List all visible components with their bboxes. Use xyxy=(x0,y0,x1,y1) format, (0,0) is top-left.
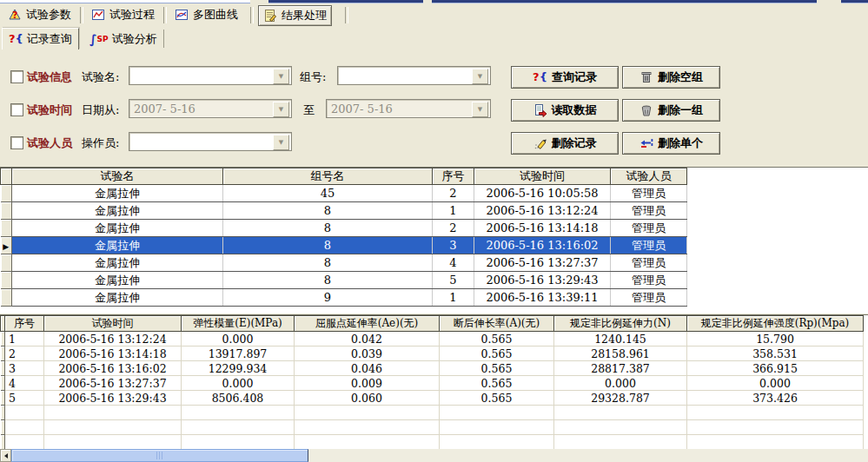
scroll-left-arrow-icon xyxy=(4,453,8,459)
document-arrow-icon xyxy=(533,103,547,117)
tab-test-analysis[interactable]: ∫SP 试验分析 xyxy=(83,30,164,48)
cell: 2006-5-16 13:16:02 xyxy=(44,361,182,376)
current-row-arrow-icon: ▶ xyxy=(3,242,9,251)
cell: 4 xyxy=(433,254,474,272)
cell: 2006-5-16 13:16:02 xyxy=(474,237,611,254)
test-time-checkbox[interactable] xyxy=(10,103,23,116)
cell xyxy=(44,406,182,420)
read-data-button[interactable]: 读取数据 xyxy=(511,99,619,122)
date-from-combobox[interactable]: 2007- 5-16 ▼ xyxy=(129,99,292,118)
delete-empty-groups-button[interactable]: 删除空组 xyxy=(622,66,720,89)
cell xyxy=(295,420,440,435)
cell: 8 xyxy=(223,202,433,220)
button-label: 删除空组 xyxy=(658,69,703,85)
date-to-value: 2007- 5-16 xyxy=(331,102,393,116)
header-row: 试验名 组号名 序号 试验时间 试验人员 xyxy=(1,168,687,185)
result-details-grid: 序号 试验时间 弹性模量(E)(MPa) 屈服点延伸率(Ae)(无) 断后伸长率… xyxy=(0,314,868,450)
column-header: 序号 xyxy=(433,168,474,185)
cell: 3 xyxy=(5,361,44,376)
table-row[interactable]: 5 2006-5-16 13:29:43 8506.408 0.060 0.56… xyxy=(1,391,864,406)
table-row[interactable]: 金属拉伸 9 1 2006-5-16 13:39:11 管理员 xyxy=(1,289,687,307)
toolbar-item-test-process[interactable]: 试验过程 xyxy=(87,5,159,24)
cell: 0.000 xyxy=(687,376,864,391)
cell: 8 xyxy=(223,237,433,254)
horizontal-scrollbar[interactable] xyxy=(0,449,868,462)
table-row-selected[interactable]: ▶ 金属拉伸 8 3 2006-5-16 13:16:02 管理员 xyxy=(1,237,687,254)
test-name-label: 试验名: xyxy=(82,69,119,85)
cell xyxy=(440,420,554,435)
toolbar-item-test-params[interactable]: ? 试验参数 xyxy=(3,5,76,24)
cell: 373.426 xyxy=(687,391,864,406)
cell: 366.915 xyxy=(687,361,864,376)
delete-records-button[interactable]: 删除记录 xyxy=(511,132,619,155)
cell: 管理员 xyxy=(611,185,687,202)
tab-record-query[interactable]: ?{ 记录查询 xyxy=(2,28,79,50)
cell: 28158.961 xyxy=(554,346,687,361)
cell xyxy=(554,420,687,435)
table-row[interactable]: 金属拉伸 8 4 2006-5-16 13:27:37 管理员 xyxy=(1,254,687,272)
chevron-down-icon[interactable]: ▼ xyxy=(472,69,488,84)
chevron-down-icon[interactable]: ▼ xyxy=(273,69,289,84)
cell: 1 xyxy=(433,289,474,307)
table-row[interactable]: 金属拉伸 8 2 2006-5-16 13:14:18 管理员 xyxy=(1,220,687,237)
test-info-checkbox[interactable] xyxy=(10,70,23,83)
button-label: 查询记录 xyxy=(552,69,597,85)
cell: 2 xyxy=(433,185,474,202)
result-details-table: 序号 试验时间 弹性模量(E)(MPa) 屈服点延伸率(Ae)(无) 断后伸长率… xyxy=(0,315,864,450)
sub-tabbar: ?{ 记录查询 ∫SP 试验分析 xyxy=(0,27,868,50)
scroll-left-button[interactable] xyxy=(0,449,11,462)
query-records-icon: ?{ xyxy=(533,71,547,83)
test-info-checkbox-label: 试验信息 xyxy=(27,69,72,85)
cell xyxy=(554,406,687,420)
column-header: 序号 xyxy=(5,316,44,332)
cell xyxy=(295,406,440,420)
header-row: 序号 试验时间 弹性模量(E)(MPa) 屈服点延伸率(Ae)(无) 断后伸长率… xyxy=(1,316,864,332)
delete-single-button[interactable]: 删除单个 xyxy=(622,132,720,155)
operator-combobox[interactable]: ▼ xyxy=(129,132,292,151)
group-number-combobox[interactable]: ▼ xyxy=(337,66,491,85)
cell: 1 xyxy=(433,202,474,220)
cell: 358.531 xyxy=(687,346,864,361)
query-records-button[interactable]: ?{ 查询记录 xyxy=(511,66,619,89)
chevron-down-icon[interactable]: ▼ xyxy=(273,135,289,150)
cell: 29328.787 xyxy=(554,391,687,406)
cell: 金属拉伸 xyxy=(12,185,223,202)
column-header: 断后伸长率(A)(无) xyxy=(440,316,554,332)
table-row[interactable]: 金属拉伸 8 5 2006-5-16 13:29:43 管理员 xyxy=(1,272,687,289)
table-row[interactable]: 金属拉伸 45 2 2006-5-16 10:05:58 管理员 xyxy=(1,185,687,202)
table-row[interactable]: 金属拉伸 8 1 2006-5-16 13:12:24 管理员 xyxy=(1,202,687,220)
table-row[interactable]: 2 2006-5-16 13:14:18 13917.897 0.039 0.5… xyxy=(1,346,864,361)
table-row[interactable]: 4 2006-5-16 13:27:37 0.000 0.009 0.565 0… xyxy=(1,376,864,391)
test-name-combobox[interactable]: ▼ xyxy=(129,66,292,85)
cell: 金属拉伸 xyxy=(12,237,223,254)
date-to-combobox[interactable]: 2007- 5-16 ▼ xyxy=(326,99,491,118)
delete-one-group-button[interactable]: 删除一组 xyxy=(622,99,720,122)
toolbar-separator xyxy=(345,7,348,23)
operator-label: 操作员: xyxy=(82,135,119,151)
button-label: 读取数据 xyxy=(552,102,597,118)
cell xyxy=(182,435,295,450)
toolbar-item-results[interactable]: 结果处理 xyxy=(258,5,332,26)
column-header: 组号名 xyxy=(223,168,433,185)
chevron-down-icon[interactable]: ▼ xyxy=(472,102,488,117)
cell: 2006-5-16 13:14:18 xyxy=(44,346,182,361)
cell: 0.000 xyxy=(182,332,295,346)
test-operator-checkbox[interactable] xyxy=(10,136,23,149)
cell: 管理员 xyxy=(611,289,687,307)
column-header: 规定非比例延伸力(N) xyxy=(554,316,687,332)
cell: 1240.145 xyxy=(554,332,687,346)
scrollbar-thumb[interactable] xyxy=(11,449,308,462)
chevron-down-icon[interactable]: ▼ xyxy=(273,102,289,117)
pencil-erase-icon xyxy=(533,136,547,150)
main-toolbar: ? 试验参数 试验过程 多图曲线 结果处理 xyxy=(0,3,868,27)
date-from-value: 2007- 5-16 xyxy=(134,102,195,116)
table-row[interactable]: 3 2006-5-16 13:16:02 12299.934 0.046 0.5… xyxy=(1,361,864,376)
cell: 9 xyxy=(223,289,433,307)
cell xyxy=(44,435,182,450)
column-header: 试验人员 xyxy=(611,168,687,185)
table-row[interactable]: 1 2006-5-16 13:12:24 0.000 0.042 0.565 1… xyxy=(1,332,864,346)
toolbar-item-multi-curves[interactable]: 多图曲线 xyxy=(170,5,242,24)
toolbar-item-label: 试验过程 xyxy=(109,7,155,23)
cell: 管理员 xyxy=(611,272,687,289)
row-indicator xyxy=(1,202,12,220)
